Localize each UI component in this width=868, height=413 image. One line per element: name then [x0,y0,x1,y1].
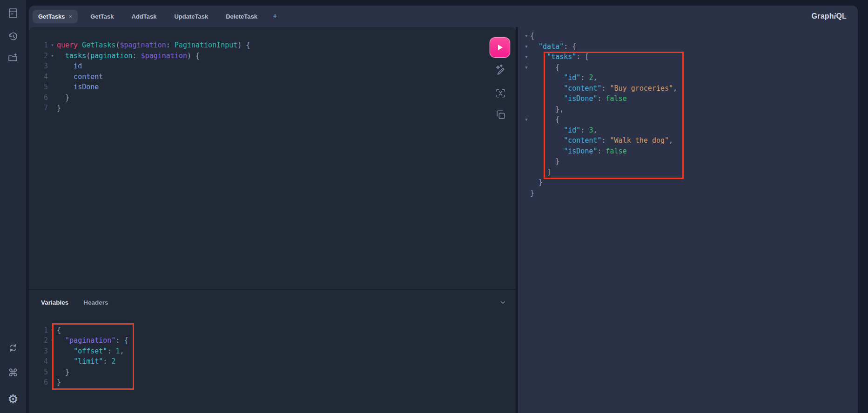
code-text: "id": 2, [530,73,598,83]
code-text: ] [530,167,551,178]
execute-play-button[interactable] [490,37,510,58]
tab-gettasks[interactable]: GetTasks × [33,10,78,23]
fold-arrow-icon[interactable]: ▼ [523,41,530,52]
fold-gutter [48,356,57,366]
line-number: 4 [29,356,48,366]
code-text: { [530,114,559,125]
fold-arrow-icon[interactable]: ▾ [48,335,57,346]
fold-gutter [523,156,530,167]
code-line: 1▾{ [29,325,355,335]
close-tab-icon[interactable]: × [69,13,73,20]
fold-arrow-icon[interactable]: ▾ [48,40,57,51]
tab-variables[interactable]: Variables [41,299,68,306]
fold-gutter [48,367,57,377]
code-text: { [530,62,559,73]
fold-arrow-icon[interactable]: ▼ [523,114,530,125]
code-text: } [57,367,69,377]
fold-gutter [48,346,57,356]
tab-updatetask[interactable]: UpdateTask [174,13,208,20]
code-line: "content": "Walk the dog", [523,135,857,146]
fold-gutter [523,125,530,136]
code-line: 6} [29,377,355,387]
code-text: "content": "Buy groceries", [530,83,677,94]
code-text: } [57,103,61,113]
code-text: { [57,325,61,335]
query-editor[interactable]: 1▾query GetTasks($pagination: Pagination… [29,27,448,113]
fold-arrow-icon[interactable]: ▼ [523,52,530,62]
code-line: 2▾ "pagination": { [29,335,355,346]
code-line: ] [523,167,857,178]
copy-query-icon[interactable] [495,109,506,122]
refetch-schema-icon[interactable] [5,340,21,356]
collapse-tools-chevron-icon[interactable] [499,299,506,308]
line-number: 2 [29,51,48,61]
history-icon[interactable] [5,28,21,44]
code-line: "id": 3, [523,125,857,136]
code-line: ▼ { [523,114,857,125]
code-line: } [523,188,857,199]
fold-gutter [523,188,530,199]
fold-gutter [523,93,530,104]
line-number: 3 [29,61,48,72]
fold-gutter [523,104,530,115]
fold-gutter [523,73,530,83]
left-sidebar: ⌘ ⚙ [0,0,26,413]
keyboard-shortcuts-icon[interactable]: ⌘ [5,365,21,381]
tab-addtask[interactable]: AddTask [132,13,157,20]
code-text: "isDone": false [530,93,627,104]
line-number: 1 [29,325,48,335]
code-text: } [57,93,69,103]
tab-headers[interactable]: Headers [83,299,108,306]
code-text: } [57,377,61,387]
line-number: 5 [29,367,48,377]
code-text: { [530,31,534,41]
response-viewer: ▼{▼ "data": {▼ "tasks": [▼ { "id": 2, "c… [518,27,857,198]
code-text: content [57,72,103,82]
code-line: "content": "Buy groceries", [523,83,857,94]
code-line: "isDone": false [523,146,857,157]
explorer-folder-icon[interactable] [5,50,21,66]
line-number: 6 [29,93,48,103]
code-line: ▼{ [523,31,857,41]
code-line: } [523,177,857,188]
code-text: "id": 3, [530,125,598,136]
code-text: query GetTasks($pagination: PaginationIn… [57,40,250,51]
code-text: } [530,177,543,188]
fold-gutter [48,72,57,82]
code-line: ▼ "tasks": [ [523,52,857,62]
add-tab-button[interactable]: + [273,12,277,21]
code-text: }, [530,104,564,115]
code-line: 5 isDone [29,82,448,93]
line-number: 4 [29,72,48,82]
fold-gutter [48,103,57,113]
tab-deletetask[interactable]: DeleteTask [226,13,257,20]
code-text: "tasks": [ [530,52,589,62]
docs-icon[interactable] [5,5,21,21]
fold-arrow-icon[interactable]: ▼ [523,31,530,41]
variables-editor[interactable]: 1▾{2▾ "pagination": {3 "offset": 1,4 "li… [29,325,355,387]
fold-gutter [523,135,530,146]
operation-tabbar: GetTasks × GetTask AddTask UpdateTask De… [29,6,858,27]
code-line: 6 } [29,93,448,103]
fold-gutter [48,377,57,387]
code-line: 3 "offset": 1, [29,346,355,356]
code-line: } [523,156,857,167]
code-line: }, [523,104,857,115]
editor-tools-header: Variables Headers [29,290,516,314]
fold-arrow-icon[interactable]: ▾ [48,325,57,335]
code-text: "data": { [530,41,576,52]
prettify-icon[interactable] [494,64,506,78]
code-text: tasks(pagination: $pagination) { [57,51,200,61]
fold-gutter [523,146,530,157]
tab-gettask[interactable]: GetTask [90,13,114,20]
code-text: "content": "Walk the dog", [530,135,673,146]
merge-fragments-icon[interactable] [495,87,506,101]
settings-gear-icon[interactable]: ⚙ [5,391,21,407]
fold-gutter [523,83,530,94]
code-line: 5 } [29,367,355,377]
fold-gutter [48,61,57,72]
fold-arrow-icon[interactable]: ▾ [48,51,57,61]
code-line: 7} [29,103,448,113]
fold-arrow-icon[interactable]: ▼ [523,62,530,73]
code-line: 1▾query GetTasks($pagination: Pagination… [29,40,448,51]
